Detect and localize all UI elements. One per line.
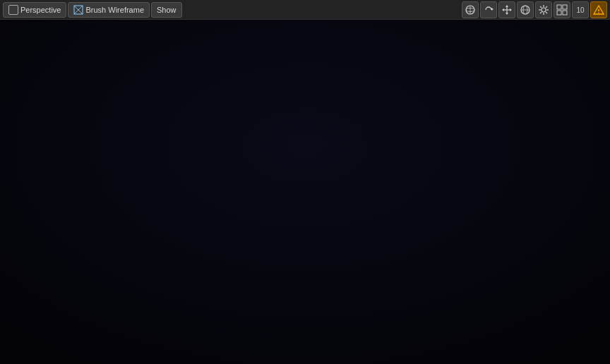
scene-objects (0, 0, 610, 364)
svg-rect-27 (563, 5, 567, 9)
globe-button[interactable] (517, 1, 534, 18)
settings-button[interactable] (535, 1, 552, 18)
grid-icon (556, 4, 568, 16)
sphere-icon (465, 4, 476, 16)
perspective-button[interactable]: Perspective (3, 2, 66, 18)
show-button[interactable]: Show (151, 2, 182, 18)
svg-marker-13 (510, 8, 512, 11)
svg-rect-29 (563, 11, 567, 15)
number-label: 10 (576, 6, 584, 14)
3d-viewport[interactable]: Perspective Brush Wireframe Show (0, 0, 610, 364)
globe-icon (520, 4, 531, 16)
warning-button[interactable] (590, 1, 607, 18)
svg-rect-0 (0, 0, 610, 364)
svg-rect-28 (557, 11, 561, 15)
rotate-icon (483, 4, 494, 16)
warning-icon (593, 4, 604, 16)
brush-wireframe-label: Brush Wireframe (85, 6, 144, 14)
right-toolbar: 10 (462, 1, 607, 18)
svg-marker-10 (506, 5, 508, 7)
brush-wireframe-button[interactable]: Brush Wireframe (68, 2, 150, 18)
svg-line-24 (546, 6, 547, 8)
perspective-label: Perspective (20, 6, 61, 14)
svg-marker-7 (491, 8, 494, 11)
svg-point-17 (542, 8, 546, 12)
sphere-view-button[interactable] (462, 1, 479, 18)
svg-line-25 (540, 12, 542, 13)
svg-line-22 (540, 6, 542, 8)
brush-wireframe-icon (73, 5, 83, 15)
perspective-icon (8, 5, 18, 15)
svg-marker-11 (506, 13, 508, 15)
number-button[interactable]: 10 (572, 1, 589, 18)
move-button[interactable] (498, 1, 515, 18)
grid-button[interactable] (554, 1, 570, 18)
svg-point-32 (598, 12, 599, 13)
show-label: Show (157, 6, 177, 14)
svg-marker-12 (502, 8, 504, 11)
rotate-button[interactable] (480, 1, 497, 18)
settings-icon (538, 4, 549, 16)
move-icon (501, 4, 513, 16)
svg-line-23 (546, 12, 547, 13)
svg-rect-26 (557, 5, 561, 9)
